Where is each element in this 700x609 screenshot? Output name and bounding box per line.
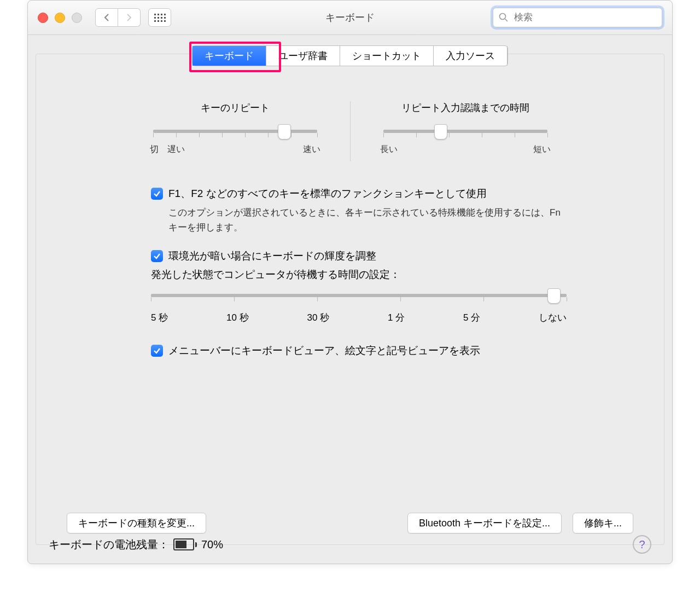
check-icon <box>153 347 161 355</box>
fn-keys-desc: このオプションが選択されているときに、各キーに示されている特殊機能を使用するには… <box>168 205 567 235</box>
search-input[interactable] <box>513 11 656 24</box>
nav-buttons <box>95 8 141 27</box>
delay-title: リピート入力認識までの時間 <box>367 101 564 114</box>
check-icon <box>153 252 161 260</box>
adjust-brightness-label: 環境光が暗い場合にキーボードの輝度を調整 <box>168 249 376 263</box>
search-icon <box>499 13 509 22</box>
show-viewer-checkbox[interactable] <box>151 345 163 357</box>
repeat-fast-label: 速い <box>303 144 320 155</box>
delay-section: リピート入力認識までの時間 長い 短い <box>367 101 564 161</box>
wait-10s: 10 秒 <box>226 311 249 324</box>
delay-thumb[interactable] <box>434 124 447 140</box>
key-repeat-slider[interactable] <box>153 130 317 133</box>
bluetooth-keyboard-button[interactable]: Bluetooth キーボードを設定... <box>407 513 562 533</box>
minimize-icon[interactable] <box>55 13 65 23</box>
wait-5m: 5 分 <box>463 311 480 324</box>
wait-30s: 30 秒 <box>307 311 329 324</box>
zoom-icon <box>72 13 82 23</box>
footer: キーボードの電池残量： 70% ? <box>49 535 651 554</box>
tab-shortcuts[interactable]: ショートカット <box>340 46 434 66</box>
wait-time-label: 発光した状態でコンピュータが待機する時間の設定： <box>151 268 567 282</box>
show-viewer-label: メニューバーにキーボードビューア、絵文字と記号ビューアを表示 <box>168 344 480 358</box>
fn-keys-label: F1、F2 などのすべてのキーを標準のファンクションキーとして使用 <box>168 187 487 201</box>
tab-keyboard[interactable]: キーボード <box>192 46 266 66</box>
wait-time-thumb[interactable] <box>547 288 561 304</box>
key-repeat-thumb[interactable] <box>278 124 291 140</box>
forward-button[interactable] <box>118 8 141 27</box>
svg-point-0 <box>500 14 506 20</box>
fn-keys-checkbox[interactable] <box>151 188 163 200</box>
grid-icon <box>154 14 166 22</box>
key-repeat-section: キーのリピート 切 遅い 速い <box>137 101 334 161</box>
wait-time-slider[interactable] <box>151 294 567 297</box>
show-all-button[interactable] <box>148 8 171 27</box>
delay-short-label: 短い <box>533 144 551 155</box>
tab-input-sources[interactable]: 入力ソース <box>434 46 508 66</box>
traffic-lights <box>38 13 82 23</box>
adjust-brightness-checkbox[interactable] <box>151 250 163 262</box>
search-field[interactable] <box>493 8 662 27</box>
battery-percent: 70% <box>201 538 223 551</box>
wait-1m: 1 分 <box>388 311 405 324</box>
close-icon[interactable] <box>38 13 48 23</box>
change-keyboard-type-button[interactable]: キーボードの種類を変更... <box>67 513 206 533</box>
battery-label: キーボードの電池残量： <box>49 537 169 552</box>
check-icon <box>153 190 161 198</box>
delay-long-label: 長い <box>380 144 398 155</box>
preferences-window: キーボード キーボード ユーザ辞書 ショートカット 入力ソース キーのリピート <box>27 0 673 564</box>
battery-icon <box>173 538 197 550</box>
tab-bar: キーボード ユーザ辞書 ショートカット 入力ソース <box>192 45 508 66</box>
wait-5s: 5 秒 <box>151 311 168 324</box>
titlebar: キーボード <box>28 1 672 35</box>
key-repeat-title: キーのリピート <box>137 101 334 114</box>
back-button[interactable] <box>95 8 118 27</box>
slider-divider <box>350 101 351 161</box>
svg-line-1 <box>505 19 508 22</box>
delay-slider[interactable] <box>383 130 547 133</box>
wait-never: しない <box>539 311 567 324</box>
tab-user-dictionary[interactable]: ユーザ辞書 <box>266 46 340 66</box>
repeat-off-label: 切 <box>150 144 159 155</box>
modifier-keys-button[interactable]: 修飾キ... <box>573 513 633 533</box>
repeat-slow-label: 遅い <box>167 144 185 155</box>
main-panel: キーボード ユーザ辞書 ショートカット 入力ソース キーのリピート <box>36 54 664 545</box>
help-button[interactable]: ? <box>633 535 651 554</box>
